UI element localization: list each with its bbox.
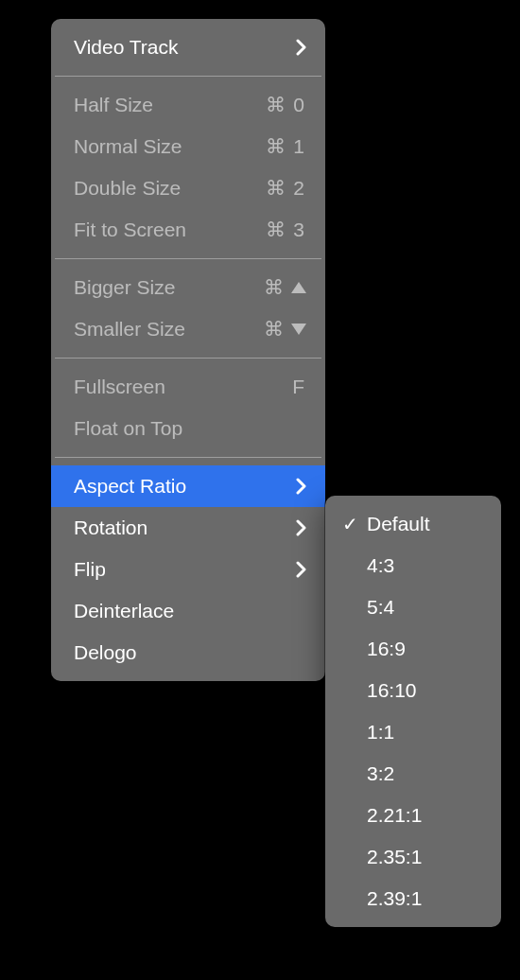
submenu-item-label: 2.21:1: [367, 804, 482, 827]
submenu-item-label: 16:10: [367, 679, 482, 702]
submenu-item-label: 2.39:1: [367, 887, 482, 910]
menu-item-label: Smaller Size: [74, 318, 254, 341]
menu-separator: [55, 358, 321, 359]
submenu-item-label: Default: [367, 513, 482, 535]
menu-item-label: Aspect Ratio: [74, 475, 286, 498]
submenu-item-ar-235-1[interactable]: 2.35:1: [325, 836, 501, 878]
checkmark-icon: ✓: [342, 513, 367, 535]
command-key-icon: ⌘: [264, 318, 286, 341]
submenu-item-label: 2.35:1: [367, 846, 482, 868]
chevron-right-icon: [296, 478, 306, 495]
shortcut-key: 0: [293, 94, 306, 116]
menu-item-label: Deinterlace: [74, 600, 306, 622]
submenu-item-ar-221-1[interactable]: 2.21:1: [325, 795, 501, 836]
command-key-icon: ⌘: [266, 219, 287, 241]
menu-item-label: Rotation: [74, 516, 286, 539]
menu-item-deinterlace[interactable]: Deinterlace: [51, 590, 325, 632]
menu-item-label: Float on Top: [74, 417, 306, 440]
submenu-item-ar-4-3[interactable]: 4:3: [325, 545, 501, 586]
menu-item-label: Bigger Size: [74, 276, 254, 299]
chevron-right-icon: [296, 39, 306, 56]
command-key-icon: ⌘: [266, 177, 287, 200]
submenu-item-ar-1-1[interactable]: 1:1: [325, 711, 501, 753]
menu-item-label: Flip: [74, 558, 286, 581]
menu-item-shortcut: F: [292, 376, 306, 398]
menu-item-fullscreen[interactable]: FullscreenF: [51, 366, 325, 408]
video-context-menu: Video TrackHalf Size⌘ 0Normal Size⌘ 1Dou…: [51, 19, 325, 681]
menu-separator: [55, 457, 321, 458]
menu-separator: [55, 76, 321, 77]
menu-item-half-size[interactable]: Half Size⌘ 0: [51, 84, 325, 126]
chevron-right-icon: [296, 561, 306, 578]
submenu-item-label: 16:9: [367, 638, 482, 660]
submenu-item-ar-3-2[interactable]: 3:2: [325, 753, 501, 795]
menu-item-bigger-size[interactable]: Bigger Size⌘: [51, 267, 325, 308]
menu-item-label: Double Size: [74, 177, 256, 200]
menu-item-float-on-top[interactable]: Float on Top: [51, 408, 325, 449]
chevron-right-icon: [296, 519, 306, 536]
menu-item-label: Video Track: [74, 36, 286, 59]
menu-item-fit-screen[interactable]: Fit to Screen⌘ 3: [51, 209, 325, 251]
menu-item-flip[interactable]: Flip: [51, 549, 325, 590]
menu-item-shortcut: ⌘: [264, 318, 306, 341]
menu-item-shortcut: ⌘ 0: [266, 94, 306, 116]
menu-item-video-track[interactable]: Video Track: [51, 26, 325, 68]
submenu-item-label: 4:3: [367, 554, 482, 577]
menu-item-double-size[interactable]: Double Size⌘ 2: [51, 167, 325, 209]
menu-item-label: Fit to Screen: [74, 219, 256, 241]
shortcut-key: F: [292, 376, 306, 398]
command-key-icon: ⌘: [264, 276, 286, 299]
triangle-down-icon: [291, 324, 306, 335]
submenu-item-label: 5:4: [367, 596, 482, 619]
submenu-item-ar-16-10[interactable]: 16:10: [325, 670, 501, 711]
menu-separator: [55, 258, 321, 259]
menu-item-shortcut: ⌘ 2: [266, 177, 306, 200]
submenu-item-ar-239-1[interactable]: 2.39:1: [325, 878, 501, 919]
menu-item-aspect-ratio[interactable]: Aspect Ratio: [51, 465, 325, 507]
menu-item-shortcut: ⌘: [264, 276, 306, 299]
menu-item-label: Normal Size: [74, 135, 256, 158]
shortcut-key: 1: [293, 135, 306, 158]
menu-item-smaller-size[interactable]: Smaller Size⌘: [51, 308, 325, 350]
menu-item-label: Delogo: [74, 641, 306, 664]
shortcut-key: 2: [293, 177, 306, 200]
submenu-item-ar-16-9[interactable]: 16:9: [325, 628, 501, 670]
command-key-icon: ⌘: [266, 135, 287, 158]
menu-item-rotation[interactable]: Rotation: [51, 507, 325, 549]
menu-item-delogo[interactable]: Delogo: [51, 632, 325, 674]
command-key-icon: ⌘: [266, 94, 287, 116]
menu-item-normal-size[interactable]: Normal Size⌘ 1: [51, 126, 325, 167]
menu-item-shortcut: ⌘ 3: [266, 219, 306, 241]
shortcut-key: 3: [293, 219, 306, 241]
menu-item-label: Half Size: [74, 94, 256, 116]
submenu-item-label: 1:1: [367, 721, 482, 744]
triangle-up-icon: [291, 282, 306, 293]
submenu-item-ar-default[interactable]: ✓Default: [325, 503, 501, 545]
aspect-ratio-submenu: ✓Default4:35:416:916:101:13:22.21:12.35:…: [325, 496, 501, 927]
submenu-item-label: 3:2: [367, 762, 482, 785]
menu-item-label: Fullscreen: [74, 376, 283, 398]
menu-item-shortcut: ⌘ 1: [266, 135, 306, 158]
submenu-item-ar-5-4[interactable]: 5:4: [325, 586, 501, 628]
